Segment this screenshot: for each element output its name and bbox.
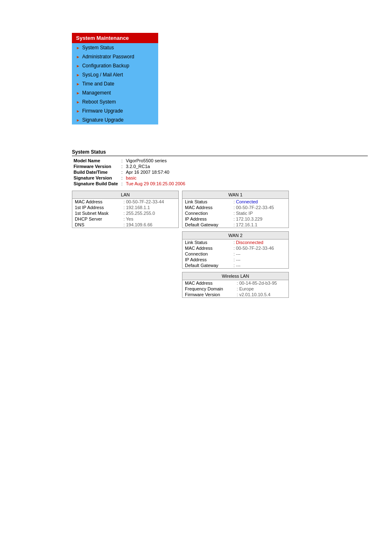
- table-row: MAC Address: 00-50-7F-22-33-46: [182, 245, 289, 251]
- row-value: : 172.10.3.229: [231, 216, 288, 222]
- row-label: MAC Address: [182, 245, 231, 251]
- wan2-table: WAN 2 Link Status: DisconnectedMAC Addre…: [182, 231, 289, 269]
- menu-item-label: Configuration Backup: [82, 63, 129, 69]
- row-label: Default Gateway: [182, 222, 231, 228]
- sidebar-item-reboot-system[interactable]: ►Reboot System: [72, 97, 158, 106]
- row-label: Firmware Version: [182, 292, 235, 298]
- lan-table: LAN MAC Address: 00-50-7F-22-33-441st IP…: [72, 191, 179, 228]
- row-label: Connection: [182, 251, 231, 257]
- row-value: : ---: [231, 257, 288, 263]
- row-label: Default Gateway: [182, 263, 231, 269]
- row-label: DNS: [72, 222, 121, 228]
- menu-item-label: Management: [82, 90, 111, 96]
- row-value: : Europe: [234, 286, 288, 292]
- table-row: MAC Address: 00-50-7F-22-33-45: [182, 205, 289, 210]
- row-value: : 00-50-7F-22-33-44: [121, 199, 179, 205]
- sidebar-item-time-date[interactable]: ►Time and Date: [72, 79, 158, 88]
- sidebar-item-admin-password[interactable]: ►Administrator Password: [72, 52, 158, 61]
- wan1-header: WAN 1: [182, 191, 289, 199]
- row-value: : 192.168.1.1: [121, 205, 179, 210]
- table-row: DNS: 194.109.6.66: [72, 222, 179, 228]
- build-datetime-label: Build Date/Time: [72, 169, 120, 175]
- system-info: Model Name : VigorPro5500 series Firmwar…: [72, 158, 368, 187]
- row-value: : ---: [231, 251, 288, 257]
- sidebar-item-syslog-mail[interactable]: ►SysLog / Mail Alert: [72, 70, 158, 79]
- arrow-icon: ►: [76, 46, 80, 50]
- firmware-version-label: Firmware Version: [72, 164, 120, 169]
- sidebar-item-config-backup[interactable]: ►Configuration Backup: [72, 61, 158, 70]
- wireless-table: Wireless LAN MAC Address: 00-14-85-2d-b3…: [182, 272, 289, 298]
- table-row: Default Gateway: ---: [182, 263, 289, 269]
- row-label: MAC Address: [72, 199, 121, 205]
- row-value: : 172.16.1.1: [231, 222, 288, 228]
- wan2-header: WAN 2: [182, 232, 289, 240]
- arrow-icon: ►: [76, 55, 80, 59]
- menu-item-label: Time and Date: [82, 81, 114, 87]
- row-value: : ---: [231, 263, 288, 269]
- wireless-header: Wireless LAN: [182, 272, 289, 280]
- row-label: 1st Subnet Mask: [72, 210, 121, 216]
- table-row: Default Gateway: 172.16.1.1: [182, 222, 289, 228]
- menu-header: System Maintenance: [72, 33, 158, 43]
- model-name-value: VigorPro5500 series: [124, 158, 187, 164]
- model-name-colon: :: [120, 158, 124, 164]
- menu-item-label: System Status: [82, 45, 114, 51]
- firmware-version-value: 3.2.0_RC1a: [124, 164, 187, 169]
- table-row: Connection: ---: [182, 251, 289, 257]
- sidebar-items-container: ►System Status►Administrator Password►Co…: [72, 43, 158, 124]
- row-label: MAC Address: [182, 280, 235, 286]
- wan1-table: WAN 1 Link Status: ConnectedMAC Address:…: [182, 191, 289, 228]
- table-row: Link Status: Disconnected: [182, 240, 289, 246]
- table-row: IP Address: ---: [182, 257, 289, 263]
- row-value: : 00-14-85-2d-b3-95: [234, 280, 288, 286]
- lan-section: LAN MAC Address: 00-50-7F-22-33-441st IP…: [72, 191, 179, 228]
- table-row: Frequency Domain: Europe: [182, 286, 289, 292]
- menu-item-label: Signature Upgrade: [82, 117, 124, 123]
- table-row: MAC Address: 00-50-7F-22-33-44: [72, 199, 179, 205]
- table-row: MAC Address: 00-14-85-2d-b3-95: [182, 280, 289, 286]
- signature-build-label: Signature Build Date: [72, 181, 120, 187]
- menu-item-label: SysLog / Mail Alert: [82, 72, 123, 78]
- row-value: : 00-50-7F-22-33-46: [231, 245, 288, 251]
- lan-header: LAN: [72, 191, 179, 199]
- signature-version-value: basic: [124, 175, 187, 181]
- sidebar-item-system-status[interactable]: ►System Status: [72, 43, 158, 52]
- arrow-icon: ►: [76, 91, 80, 95]
- table-row: 1st Subnet Mask: 255.255.255.0: [72, 210, 179, 216]
- row-value: : 00-50-7F-22-33-45: [231, 205, 288, 210]
- row-label: Link Status: [182, 199, 231, 205]
- table-row: 1st IP Address: 192.168.1.1: [72, 205, 179, 210]
- arrow-icon: ►: [76, 64, 80, 68]
- table-row: IP Address: 172.10.3.229: [182, 216, 289, 222]
- table-row: Firmware Version: v2.01.10.10.5.4: [182, 292, 289, 298]
- sidebar-item-signature-upgrade[interactable]: ►Signature Upgrade: [72, 115, 158, 124]
- table-row: Connection: Static IP: [182, 210, 289, 216]
- row-label: Connection: [182, 210, 231, 216]
- row-value: : Yes: [121, 216, 179, 222]
- row-value: : 194.109.6.66: [121, 222, 179, 228]
- signature-version-label: Signature Version: [72, 175, 120, 181]
- menu-item-label: Reboot System: [82, 99, 116, 105]
- arrow-icon: ►: [76, 82, 80, 86]
- row-label: IP Address: [182, 216, 231, 222]
- menu-item-label: Firmware Upgrade: [82, 108, 123, 114]
- row-label: MAC Address: [182, 205, 231, 210]
- arrow-icon: ►: [76, 118, 80, 122]
- sidebar-item-firmware-upgrade[interactable]: ►Firmware Upgrade: [72, 106, 158, 115]
- menu-item-label: Administrator Password: [82, 54, 134, 60]
- build-datetime-value: Apr 16 2007 18:57:40: [124, 169, 187, 175]
- row-value: : Connected: [231, 199, 288, 205]
- main-content: System Status Model Name : VigorPro5500 …: [72, 149, 368, 298]
- row-value: : 255.255.255.0: [121, 210, 179, 216]
- row-label: 1st IP Address: [72, 205, 121, 210]
- row-label: DHCP Server: [72, 216, 121, 222]
- table-row: Link Status: Connected: [182, 199, 289, 205]
- sidebar-item-management[interactable]: ►Management: [72, 88, 158, 97]
- signature-build-value: Tue Aug 29 09:16:25.00 2006: [124, 181, 187, 187]
- model-name-label: Model Name: [72, 158, 120, 164]
- arrow-icon: ►: [76, 100, 80, 104]
- row-value: : Disconnected: [231, 240, 288, 246]
- row-value: : v2.01.10.10.5.4: [234, 292, 288, 298]
- section-title: System Status: [72, 149, 368, 156]
- page-wrapper: System Maintenance ►System Status►Admini…: [0, 0, 392, 306]
